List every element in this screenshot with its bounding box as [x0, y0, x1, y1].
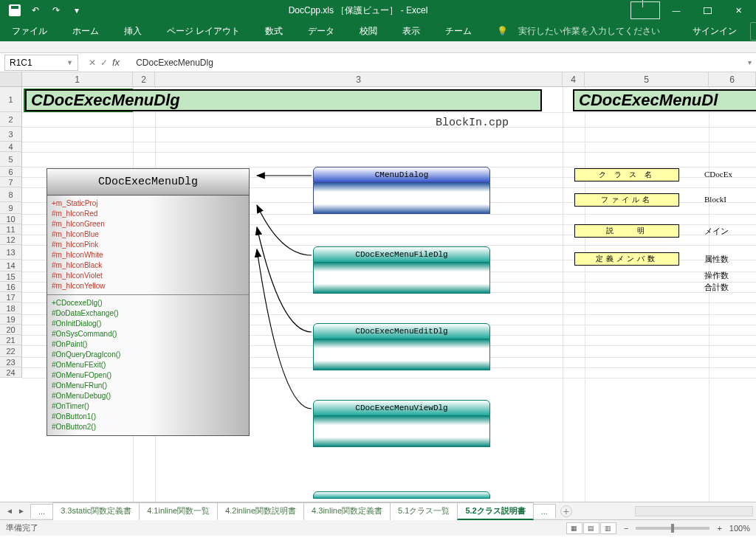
ribbon-display-icon: [630, 1, 660, 19]
redo-button[interactable]: ↷: [47, 2, 65, 18]
sheet-tab-more-left[interactable]: ...: [30, 504, 53, 518]
row-header-4[interactable]: 4: [0, 142, 22, 152]
class-diagram-box[interactable]: CDocExecMenuDlg +m_StaticProj#m_hIconRed…: [47, 168, 250, 436]
restore-button[interactable]: [693, 1, 722, 19]
row-header-6[interactable]: 6: [0, 167, 22, 177]
cell-title[interactable]: CDocExecMenuDlg: [25, 89, 542, 111]
cancel-formula-button[interactable]: ✕: [89, 58, 96, 68]
row-header-19[interactable]: 19: [0, 314, 22, 325]
row-header-8[interactable]: 8: [0, 187, 22, 202]
row-header-1[interactable]: 1: [0, 87, 22, 112]
col-header-1[interactable]: 1: [22, 72, 133, 86]
sheet-tab[interactable]: 4.3inline関数定義書: [303, 502, 391, 520]
related-class-box[interactable]: CMenuDialog: [313, 167, 490, 214]
sheet-tab[interactable]: 4.1inline関数一覧: [139, 502, 218, 520]
formula-input[interactable]: CDocExecMenuDlg: [131, 58, 743, 68]
info-label[interactable]: 定義メンバ数: [574, 252, 679, 266]
related-class-box[interactable]: CDocExecMenuViewDlg: [313, 400, 490, 447]
minimize-button[interactable]: —: [662, 1, 691, 19]
col-header-2[interactable]: 2: [133, 72, 155, 86]
tab-review[interactable]: 校閲: [352, 22, 385, 41]
cells[interactable]: CDocExecMenuDlg CDocExecMenuDl BlockIn.c…: [22, 87, 756, 502]
row-header-16[interactable]: 16: [0, 282, 22, 292]
row-header-15[interactable]: 15: [0, 272, 22, 282]
col-header-3[interactable]: 3: [155, 72, 563, 86]
name-box[interactable]: R1C1▼: [4, 55, 78, 71]
row-header-18[interactable]: 18: [0, 302, 22, 314]
info-label[interactable]: ファイル名: [574, 193, 679, 207]
row-header-11[interactable]: 11: [0, 224, 22, 235]
save-button[interactable]: [6, 2, 24, 18]
row-header-9[interactable]: 9: [0, 202, 22, 214]
customize-qat-button[interactable]: ▾: [68, 2, 86, 18]
col-header-5[interactable]: 5: [585, 72, 709, 86]
undo-button[interactable]: ↶: [27, 2, 44, 18]
sheet-tab[interactable]: 5.1クラス一覧: [390, 502, 458, 520]
cell-title-right[interactable]: CDocExecMenuDl: [573, 89, 756, 111]
info-value[interactable]: 合計数: [704, 282, 729, 293]
tab-data[interactable]: データ: [300, 22, 342, 41]
ribbon-display-button[interactable]: [630, 1, 660, 19]
view-pagelayout-button[interactable]: ▤: [583, 522, 599, 534]
col-header-6[interactable]: 6: [709, 72, 756, 86]
sheet-nav-next[interactable]: ►: [16, 507, 27, 515]
row-header-22[interactable]: 22: [0, 345, 22, 357]
sheet-tab[interactable]: 4.2inline関数説明書: [217, 502, 304, 520]
fx-button[interactable]: fx: [112, 57, 120, 68]
related-class-box[interactable]: [313, 491, 490, 499]
row-header-10[interactable]: 10: [0, 214, 22, 224]
row-header-20[interactable]: 20: [0, 325, 22, 335]
view-normal-button[interactable]: ▦: [566, 522, 583, 534]
formula-expand-button[interactable]: ▾: [743, 58, 756, 66]
view-pagebreak-button[interactable]: ▥: [600, 522, 616, 534]
row-header-5[interactable]: 5: [0, 152, 22, 167]
zoom-in-button[interactable]: +: [717, 524, 721, 533]
info-value[interactable]: メイン: [704, 226, 729, 237]
class-attr: #m_hIconPink: [52, 240, 244, 250]
info-value[interactable]: CDocEx: [704, 170, 732, 179]
close-button[interactable]: ✕: [724, 1, 753, 19]
sheet-nav-first[interactable]: ◄: [4, 507, 15, 515]
add-sheet-button[interactable]: +: [560, 505, 572, 517]
tab-file[interactable]: ファイル: [4, 22, 55, 41]
info-value[interactable]: 属性数: [704, 254, 729, 265]
horizontal-scrollbar[interactable]: [580, 506, 753, 516]
row-header-13[interactable]: 13: [0, 245, 22, 260]
row-header-3[interactable]: 3: [0, 127, 22, 142]
row-header-17[interactable]: 17: [0, 292, 22, 302]
info-value[interactable]: 操作数: [704, 270, 729, 281]
row-header-14[interactable]: 14: [0, 260, 22, 272]
row-header-21[interactable]: 21: [0, 335, 22, 345]
tab-home[interactable]: ホーム: [65, 22, 106, 41]
info-label[interactable]: 説 明: [574, 224, 679, 238]
row-header-2[interactable]: 2: [0, 112, 22, 127]
select-all-corner[interactable]: [0, 72, 22, 86]
cell-filename[interactable]: BlockIn.cpp: [436, 117, 509, 129]
tab-insert[interactable]: 挿入: [117, 22, 149, 41]
tab-view[interactable]: 表示: [395, 22, 427, 41]
signin-link[interactable]: サインイン: [685, 22, 744, 41]
zoom-level[interactable]: 100%: [729, 524, 750, 533]
class-attr: #m_hIconBlack: [52, 260, 244, 271]
row-header-7[interactable]: 7: [0, 177, 22, 187]
tab-formulas[interactable]: 数式: [258, 22, 290, 41]
zoom-out-button[interactable]: −: [624, 524, 628, 533]
related-class-body: [313, 183, 490, 214]
tab-pagelayout[interactable]: ページ レイアウト: [159, 22, 247, 41]
tab-team[interactable]: チーム: [438, 22, 479, 41]
col-header-4[interactable]: 4: [563, 72, 585, 86]
sheet-tab[interactable]: 3.3static関数定義書: [52, 502, 140, 520]
row-header-24[interactable]: 24: [0, 367, 22, 378]
related-class-box[interactable]: CDocExecMenuFileDlg: [313, 246, 490, 294]
sheet-tab[interactable]: 5.2クラス説明書: [457, 502, 533, 520]
zoom-slider[interactable]: [636, 527, 709, 530]
confirm-formula-button[interactable]: ✓: [100, 58, 108, 68]
row-header-12[interactable]: 12: [0, 235, 22, 245]
info-label[interactable]: ク ラ ス 名: [574, 168, 679, 181]
tell-me[interactable]: 💡 実行したい作業を入力してください: [489, 22, 674, 41]
related-class-box[interactable]: CDocExecMenuEditDlg: [313, 323, 490, 370]
info-value[interactable]: BlockI: [704, 195, 726, 204]
row-header-23[interactable]: 23: [0, 357, 22, 367]
share-button[interactable]: 👤 共有: [750, 22, 756, 41]
sheet-tab-more-right[interactable]: ...: [533, 504, 556, 518]
